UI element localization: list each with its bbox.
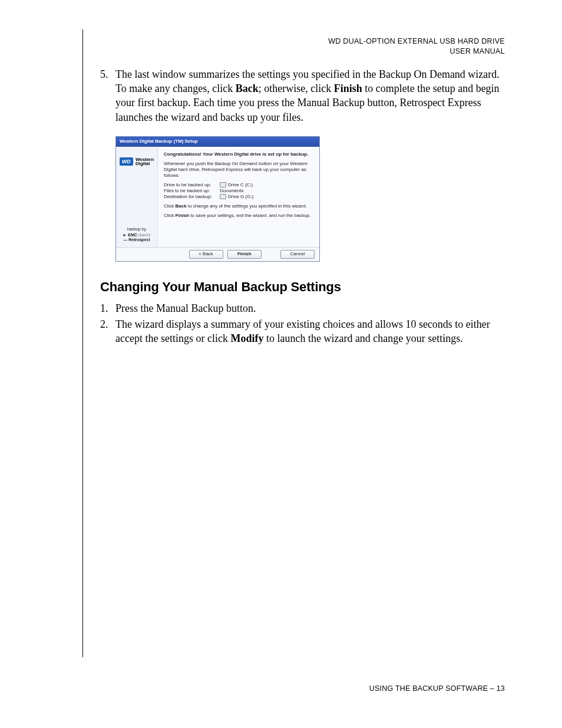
header-line2: USER MANUAL	[82, 47, 505, 57]
wizard-titlebar: Western Digital Backup (TM) Setup	[116, 137, 319, 147]
vertical-rule	[82, 29, 83, 657]
page-header: WD DUAL-OPTION EXTERNAL USB HARD DRIVE U…	[82, 37, 505, 57]
step-c2: 2. The wizard displays a summary of your…	[100, 317, 505, 346]
wizard-button-row: < Back Finish Cancel	[116, 247, 319, 261]
wizard-sidebar: WD WesternDigital backup by ► EMC dantz …	[116, 147, 158, 247]
wd-logo: WD WesternDigital	[120, 157, 154, 166]
section-heading: Changing Your Manual Backup Settings	[100, 278, 505, 296]
header-line1: WD DUAL-OPTION EXTERNAL USB HARD DRIVE	[82, 37, 505, 47]
cancel-button[interactable]: Cancel	[280, 250, 315, 259]
page-footer: USING THE BACKUP SOFTWARE – 13	[369, 684, 505, 693]
wizard-content: Congratulations! Your Western Digital dr…	[158, 147, 319, 247]
step-5: 5. The last window summarizes the settin…	[100, 67, 505, 124]
drive-icon	[220, 194, 226, 199]
step-body: The last window summarizes the settings …	[115, 67, 505, 124]
step-number: 5.	[100, 67, 115, 124]
wizard-sidebar-branding: backup by ► EMC dantz — Retrospect	[116, 227, 157, 242]
finish-button[interactable]: Finish	[227, 250, 262, 259]
wizard-dialog: Western Digital Backup (TM) Setup WD Wes…	[115, 136, 320, 262]
wizard-congrats: Congratulations! Your Western Digital dr…	[164, 151, 313, 157]
back-button[interactable]: < Back	[189, 250, 223, 259]
step-c1: 1. Press the Manual Backup button.	[100, 301, 505, 315]
drive-icon	[220, 182, 226, 187]
